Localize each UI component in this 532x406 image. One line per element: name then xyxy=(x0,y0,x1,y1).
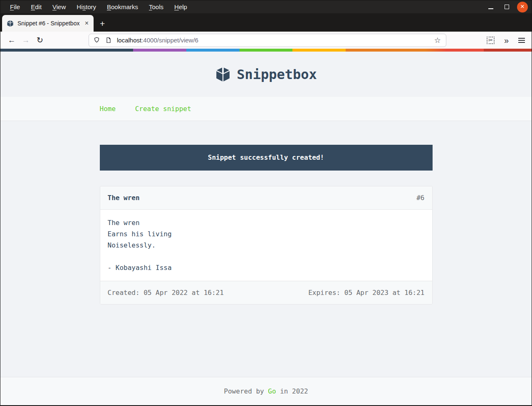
maximize-icon xyxy=(505,5,509,9)
site-header: Snippetbox xyxy=(0,52,532,97)
snippet-id-badge: #6 xyxy=(416,193,424,203)
site-logo[interactable]: Snippetbox xyxy=(215,67,317,82)
snippet-created: Created: 05 Apr 2022 at 16:21 xyxy=(108,287,224,298)
url-text[interactable]: localhost:4000/snippet/view/6 xyxy=(117,37,431,44)
rainbow-stripe xyxy=(0,49,532,52)
snippetbox-logo-icon xyxy=(215,67,231,82)
menu-view[interactable]: View xyxy=(47,3,71,10)
tab-close-icon[interactable]: × xyxy=(82,19,91,28)
minimize-button[interactable] xyxy=(485,2,496,12)
minimize-icon xyxy=(488,8,493,9)
menu-bar: File Edit View History Bookmarks Tools H… xyxy=(0,0,532,13)
menu-help[interactable]: Help xyxy=(169,3,193,10)
new-tab-button[interactable]: + xyxy=(100,19,105,28)
main-content: Snippet successfully created! The wren #… xyxy=(0,121,532,377)
flash-message: Snippet successfully created! xyxy=(100,145,433,171)
menu-tools[interactable]: Tools xyxy=(144,3,169,10)
forward-button[interactable]: → xyxy=(19,36,33,44)
browser-tab[interactable]: Snippet #6 - Snippetbox × xyxy=(2,15,94,32)
nav-home-link[interactable]: Home xyxy=(100,105,116,113)
reload-button[interactable]: ↻ xyxy=(33,36,47,44)
toolbar-right: ✂ » xyxy=(487,36,532,45)
go-link[interactable]: Go xyxy=(268,387,276,395)
tab-strip: Snippet #6 - Snippetbox × + xyxy=(0,13,532,32)
screenshot-icon[interactable]: ✂ xyxy=(487,37,495,44)
snippet-expires: Expires: 05 Apr 2023 at 16:21 xyxy=(308,287,424,298)
tab-title: Snippet #6 - Snippetbox xyxy=(17,20,82,27)
nav-create-snippet-link[interactable]: Create snippet xyxy=(135,105,191,113)
browser-toolbar: ← → ↻ localhost:4000/snippet/view/6 ☆ ✂ … xyxy=(0,32,532,49)
menu-edit[interactable]: Edit xyxy=(25,3,47,10)
close-icon: × xyxy=(520,3,525,10)
maximize-button[interactable] xyxy=(501,2,512,12)
site-nav: Home Create snippet xyxy=(0,97,532,121)
menu-bookmarks[interactable]: Bookmarks xyxy=(101,3,144,10)
snippet-card: The wren #6 The wren Earns his living No… xyxy=(100,186,433,304)
footer-text: Powered by Go in 2022 xyxy=(224,387,308,395)
menu-file[interactable]: File xyxy=(5,3,25,10)
close-window-button[interactable]: × xyxy=(517,2,528,12)
address-bar[interactable]: localhost:4000/snippet/view/6 ☆ xyxy=(89,34,446,47)
back-button[interactable]: ← xyxy=(5,36,19,44)
shield-icon[interactable] xyxy=(93,37,100,44)
snippetbox-favicon-icon xyxy=(7,20,14,27)
browser-window: File Edit View History Bookmarks Tools H… xyxy=(0,0,532,406)
overflow-chevrons-icon[interactable]: » xyxy=(504,36,509,45)
window-controls: × xyxy=(485,2,532,12)
bookmark-star-icon[interactable]: ☆ xyxy=(434,36,441,45)
menu-history[interactable]: History xyxy=(71,3,101,10)
snippet-card-footer: Created: 05 Apr 2022 at 16:21 Expires: 0… xyxy=(100,281,432,304)
site-footer: Powered by Go in 2022 xyxy=(0,377,532,405)
page-viewport: Snippetbox Home Create snippet Snippet s… xyxy=(0,52,532,405)
snippet-card-header: The wren #6 xyxy=(100,186,432,209)
snippet-content: The wren Earns his living Noiselessly. -… xyxy=(100,209,432,281)
snippet-title: The wren xyxy=(108,193,140,203)
page-info-icon[interactable] xyxy=(105,37,112,44)
hamburger-menu-icon[interactable] xyxy=(518,37,526,43)
site-title[interactable]: Snippetbox xyxy=(237,67,317,82)
menu-items: File Edit View History Bookmarks Tools H… xyxy=(0,3,193,10)
